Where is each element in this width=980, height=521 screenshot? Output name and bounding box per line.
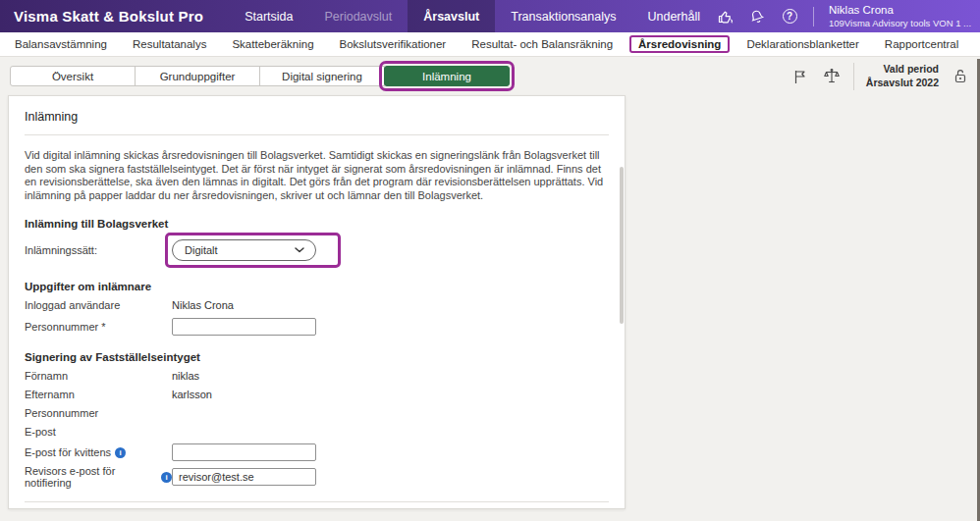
topnav-item-arsavslut[interactable]: Årsavslut [408,0,495,32]
personnummer-label: Personnummer * [25,321,172,333]
footer-divider [25,501,609,502]
fornamn-label: Förnamn [25,370,172,382]
section-title-inlamnare: Uppgifter om inlämnare [25,281,609,292]
subnav-toolbar: Översikt Grunduppgifter Digital signerin… [0,57,980,95]
inlamningssatt-label: Inlämningssätt: [25,244,172,256]
field-row-efternamn: Efternamn karlsson [25,388,609,400]
field-row-personnummer: Personnummer * [25,317,609,336]
application-window: Visma Skatt & Bokslut Pro Startsida Peri… [0,0,980,521]
question-mark-icon [783,9,797,24]
personnummer-signering-label: Personnummer [25,407,172,419]
fornamn-value: niklas [172,370,199,382]
chevron-down-icon [295,247,304,253]
topnav-item-startsida[interactable]: Startsida [229,0,308,32]
tab-arsredovisning[interactable]: Årsredovisning [626,32,734,56]
topnav-item-transaktionsanalys[interactable]: Transaktionsanalys [495,0,631,32]
inloggad-label: Inloggad användare [25,299,172,311]
selected-period: Vald period Årsavslut 2022 [866,63,939,88]
user-organization: 109Visma Advisory tools VON 1 ... [829,18,971,28]
efternamn-value: karlsson [172,389,212,400]
inlamning-panel: Inlämning Vid digital inlämning skickas … [8,95,626,509]
inlamningssatt-dropdown[interactable]: Digitalt [172,239,316,261]
efternamn-label: Efternamn [25,389,172,400]
tab-resultat-och-balansrakning[interactable]: Resultat- och Balansräkning [459,32,626,56]
user-info: Niklas Crona 109Visma Advisory tools VON… [829,4,971,28]
kvittens-epost-input[interactable] [172,443,316,461]
info-icon[interactable] [115,447,126,458]
flag-icon[interactable] [790,67,810,86]
segment-oversikt[interactable]: Översikt [10,66,136,86]
feedback-thumb-icon[interactable] [716,8,734,26]
field-row-personnummer-signering: Personnummer [25,406,609,419]
tab-resultatanalys[interactable]: Resultatanalys [120,32,219,56]
field-row-fornamn: Förnamn niklas [25,369,609,382]
title-divider [25,134,609,135]
personnummer-input[interactable] [172,318,316,336]
module-tabs: Balansavstämning Resultatanalys Skattebe… [0,32,980,57]
tab-bokslutsverifikationer[interactable]: Bokslutsverifikationer [327,32,460,56]
panel-title: Inlämning [25,110,609,124]
lock-icon[interactable] [951,67,970,86]
segment-inlamning[interactable]: Inlämning [384,66,510,86]
app-title: Visma Skatt & Bokslut Pro [14,8,203,25]
panel-scrollbar[interactable] [620,167,624,324]
dropdown-selected-value: Digitalt [185,244,218,256]
field-row-epost: E-post [25,425,609,438]
segment-grunduppgifter[interactable]: Grunduppgifter [135,66,260,86]
field-row-revisor: Revisors e-post för notifiering [25,465,609,489]
notifications-bell-icon[interactable] [748,8,766,26]
topnav-item-underhall[interactable]: Underhåll [631,0,716,32]
epost-label: E-post [25,426,172,438]
field-row-inloggad: Inloggad användare Niklas Crona [25,298,609,311]
section-title-bolagsverket: Inlämning till Bolagsverket [25,218,609,230]
user-name: Niklas Crona [829,4,971,18]
period-value: Årsavslut 2022 [866,77,939,89]
tab-deklarationsblanketter[interactable]: Deklarationsblanketter [734,32,871,56]
revisor-epost-input[interactable] [172,468,316,486]
tab-rapportcentral[interactable]: Rapportcentral [872,32,971,56]
toolbar-right: Vald period Årsavslut 2022 [790,63,970,90]
section-title-signering: Signering av Fastställelseintyget [25,351,609,363]
help-icon[interactable] [781,8,798,26]
panel-description: Vid digital inlämning skickas årsredovis… [25,149,609,202]
field-row-kvittens: E-post för kvittens [25,443,609,461]
segment-digital-signering[interactable]: Digital signering [259,66,385,86]
tab-skatteberakning[interactable]: Skatteberäkning [219,32,326,56]
toolbar-divider [853,63,854,90]
scales-icon[interactable] [822,67,842,86]
inloggad-value: Niklas Crona [172,299,234,311]
tab-balansavstamning[interactable]: Balansavstämning [2,32,120,56]
topnav-item-periodavslut[interactable]: Periodavslut [308,0,408,32]
segmented-control: Översikt Grunduppgifter Digital signerin… [10,66,510,86]
topbar-divider [813,7,814,26]
field-row-inlamningssatt: Inlämningssätt: Digitalt [25,239,609,261]
period-label: Vald period [866,63,939,76]
kvittens-label: E-post för kvittens [25,446,172,458]
topbar: Visma Skatt & Bokslut Pro Startsida Peri… [0,0,980,32]
annotation-highlight-dropdown: Digitalt [172,239,316,261]
info-icon[interactable] [161,472,172,483]
topbar-right: Niklas Crona 109Visma Advisory tools VON… [716,4,980,28]
revisor-label: Revisors e-post för notifiering [25,465,172,489]
top-navigation: Startsida Periodavslut Årsavslut Transak… [229,0,716,32]
